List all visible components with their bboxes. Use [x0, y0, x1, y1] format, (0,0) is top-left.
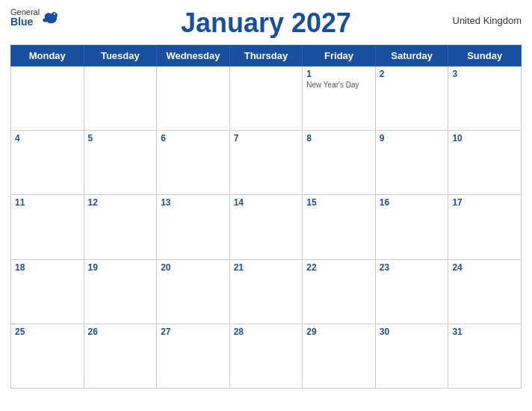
- day-number: 13: [161, 197, 226, 208]
- weekday-header-friday: Friday: [303, 46, 376, 67]
- calendar-week-row: 25262728293031: [11, 324, 522, 388]
- calendar-cell: 31: [448, 324, 522, 388]
- day-number: 11: [15, 197, 80, 208]
- weekday-header-monday: Monday: [11, 46, 84, 67]
- calendar-cell: 18: [11, 259, 84, 324]
- calendar-cell: 15: [303, 195, 376, 259]
- day-number: 8: [306, 133, 371, 143]
- day-number: 31: [452, 327, 517, 337]
- day-number: 1: [306, 69, 371, 79]
- calendar-cell: 2: [375, 67, 448, 131]
- day-number: 2: [380, 69, 445, 79]
- day-number: 21: [234, 262, 299, 273]
- weekday-header-tuesday: Tuesday: [84, 46, 157, 67]
- country-label: United Kingdom: [453, 15, 522, 26]
- calendar-week-row: 45678910: [11, 131, 522, 195]
- day-number: 24: [452, 262, 517, 273]
- day-number: 19: [88, 262, 153, 273]
- calendar-week-row: 18192021222324: [11, 259, 522, 324]
- day-number: 4: [15, 133, 80, 143]
- day-number: 9: [380, 133, 445, 143]
- calendar-wrapper: General Blue January 2027 United Kingdom…: [0, 0, 532, 411]
- calendar-cell: 4: [11, 131, 84, 195]
- day-number: 6: [161, 133, 226, 143]
- calendar-week-row: 11121314151617: [11, 195, 522, 259]
- calendar-cell: [157, 67, 230, 131]
- day-number: 7: [234, 133, 299, 143]
- calendar-cell: 3: [448, 67, 522, 131]
- day-number: 16: [380, 197, 445, 208]
- calendar-title: January 2027: [181, 7, 351, 39]
- svg-point-0: [54, 13, 55, 15]
- calendar-header: General Blue January 2027 United Kingdom: [10, 7, 522, 39]
- calendar-cell: [11, 67, 84, 131]
- weekday-header-saturday: Saturday: [375, 46, 448, 67]
- calendar-cell: 21: [229, 259, 303, 324]
- weekday-header-wednesday: Wednesday: [157, 46, 230, 67]
- calendar-cell: 19: [84, 259, 157, 324]
- weekday-header-row: MondayTuesdayWednesdayThursdayFridaySatu…: [11, 46, 522, 67]
- calendar-cell: 10: [448, 131, 522, 195]
- calendar-cell: 1New Year's Day: [303, 67, 376, 131]
- calendar-cell: 20: [157, 259, 230, 324]
- logo-bird-icon: [42, 11, 58, 25]
- day-number: 26: [88, 327, 153, 337]
- calendar-cell: 23: [375, 259, 448, 324]
- calendar-cell: 14: [229, 195, 303, 259]
- calendar-cell: 28: [229, 324, 303, 388]
- calendar-cell: 8: [303, 131, 376, 195]
- day-number: 15: [306, 197, 371, 208]
- day-number: 3: [452, 69, 517, 79]
- calendar-cell: [84, 67, 157, 131]
- day-number: 12: [88, 197, 153, 208]
- calendar-cell: [229, 67, 303, 131]
- calendar-cell: 13: [157, 195, 230, 259]
- day-number: 20: [161, 262, 226, 273]
- day-number: 28: [234, 327, 299, 337]
- calendar-table: MondayTuesdayWednesdayThursdayFridaySatu…: [10, 45, 522, 389]
- day-number: 14: [234, 197, 299, 208]
- calendar-cell: 30: [375, 324, 448, 388]
- logo-blue: Blue: [10, 16, 40, 28]
- day-number: 17: [452, 197, 517, 208]
- day-number: 5: [88, 133, 153, 143]
- calendar-cell: 17: [448, 195, 522, 259]
- calendar-cell: 22: [303, 259, 376, 324]
- calendar-cell: 26: [84, 324, 157, 388]
- calendar-week-row: 1New Year's Day23: [11, 67, 522, 131]
- day-number: 18: [15, 262, 80, 273]
- calendar-cell: 11: [11, 195, 84, 259]
- day-number: 22: [306, 262, 371, 273]
- calendar-cell: 27: [157, 324, 230, 388]
- calendar-cell: 9: [375, 131, 448, 195]
- weekday-header-thursday: Thursday: [229, 46, 303, 67]
- day-number: 10: [452, 133, 517, 143]
- calendar-cell: 6: [157, 131, 230, 195]
- calendar-thead: MondayTuesdayWednesdayThursdayFridaySatu…: [11, 46, 522, 67]
- calendar-cell: 24: [448, 259, 522, 324]
- calendar-cell: 25: [11, 324, 84, 388]
- weekday-header-sunday: Sunday: [448, 46, 522, 67]
- day-number: 29: [306, 327, 371, 337]
- calendar-cell: 16: [375, 195, 448, 259]
- calendar-cell: 7: [229, 131, 303, 195]
- calendar-cell: 12: [84, 195, 157, 259]
- calendar-cell: 29: [303, 324, 376, 388]
- calendar-tbody: 1New Year's Day2345678910111213141516171…: [11, 67, 522, 389]
- day-event: New Year's Day: [306, 81, 371, 89]
- day-number: 27: [161, 327, 226, 337]
- day-number: 30: [380, 327, 445, 337]
- day-number: 23: [380, 262, 445, 273]
- calendar-cell: 5: [84, 131, 157, 195]
- day-number: 25: [15, 327, 80, 337]
- logo: General Blue: [10, 7, 58, 28]
